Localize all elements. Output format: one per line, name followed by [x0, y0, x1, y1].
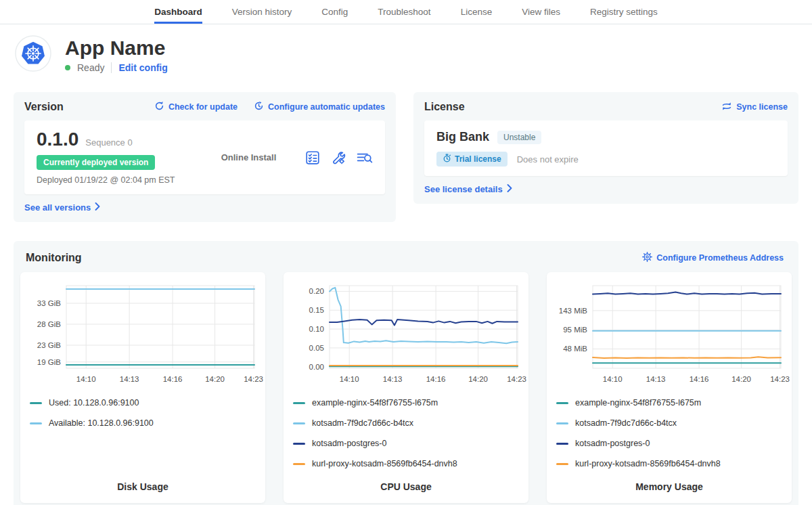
- legend-label: kurl-proxy-kotsadm-8569fb6454-dnvh8: [312, 459, 457, 468]
- tab-license[interactable]: License: [461, 0, 493, 24]
- see-all-versions-link[interactable]: See all versions: [24, 202, 100, 213]
- svg-text:14:20: 14:20: [205, 375, 225, 383]
- svg-text:14:13: 14:13: [383, 375, 403, 383]
- check-for-update-button[interactable]: Check for update: [154, 101, 238, 113]
- tab-version-history[interactable]: Version history: [232, 0, 292, 24]
- trial-license-badge: Trial license: [436, 152, 508, 167]
- tab-dashboard[interactable]: Dashboard: [154, 0, 202, 24]
- legend-swatch: [30, 422, 42, 424]
- see-license-details-link[interactable]: See license details: [424, 184, 512, 194]
- chart-title: CPU Usage: [284, 481, 528, 492]
- license-panel: Big Bank Unstable Trial license Does not…: [424, 120, 788, 176]
- chevron-right-icon: [507, 184, 512, 194]
- legend-swatch: [556, 402, 568, 404]
- preflight-checklist-icon[interactable]: [305, 150, 320, 165]
- svg-text:14:20: 14:20: [468, 375, 488, 383]
- legend-item: kotsadm-7f9dc7d66c-b4tcx: [293, 418, 528, 428]
- configure-automatic-updates-button[interactable]: Configure automatic updates: [254, 101, 385, 113]
- legend-item: Available: 10.128.0.96:9100: [30, 418, 265, 428]
- chart-card-cpu-usage: 0.000.050.100.150.2014:1014:1314:1614:20…: [284, 272, 528, 503]
- version-sequence: Sequence 0: [85, 137, 132, 148]
- svg-text:0.05: 0.05: [309, 344, 324, 352]
- svg-text:14:10: 14:10: [340, 375, 359, 383]
- chart-card-disk-usage: 19 GiB23 GiB28 GiB33 GiB14:1014:1314:161…: [20, 272, 265, 503]
- monitoring-panel: Monitoring Configure Prometheus Address …: [14, 241, 798, 505]
- svg-text:28 GiB: 28 GiB: [37, 320, 61, 328]
- legend-swatch: [293, 463, 305, 465]
- legend-swatch: [293, 422, 305, 424]
- svg-text:0.20: 0.20: [309, 287, 324, 295]
- svg-text:14:23: 14:23: [770, 375, 790, 383]
- legend-item: example-nginx-54f8f76755-l675m: [556, 398, 792, 408]
- svg-text:23 GiB: 23 GiB: [37, 341, 61, 349]
- svg-text:14:23: 14:23: [507, 375, 526, 383]
- sync-license-button[interactable]: Sync license: [721, 102, 788, 113]
- refresh-icon: [154, 101, 164, 113]
- install-type: Online Install: [192, 152, 305, 162]
- legend-item: kurl-proxy-kotsadm-8569fb6454-dnvh8: [556, 459, 792, 468]
- tab-troubleshoot[interactable]: Troubleshoot: [378, 0, 430, 24]
- svg-text:19 GiB: 19 GiB: [37, 358, 61, 366]
- chevron-right-icon: [95, 202, 100, 213]
- tab-view-files[interactable]: View files: [522, 0, 560, 24]
- chart-plot: 19 GiB23 GiB28 GiB33 GiB14:1014:1314:161…: [22, 280, 264, 387]
- top-nav: DashboardVersion historyConfigTroublesho…: [0, 0, 812, 24]
- app-header: App Name Ready Edit config: [0, 24, 812, 79]
- edit-config-link[interactable]: Edit config: [118, 62, 167, 73]
- license-name: Big Bank: [436, 130, 489, 144]
- stopwatch-icon: [443, 154, 451, 164]
- svg-text:14:20: 14:20: [731, 375, 751, 383]
- clock-refresh-icon: [254, 101, 264, 113]
- page-title: App Name: [65, 37, 168, 59]
- current-version-panel: 0.1.0 Sequence 0 Currently deployed vers…: [24, 120, 385, 194]
- chart-title: Disk Usage: [20, 481, 265, 492]
- monitoring-title: Monitoring: [26, 252, 82, 264]
- legend-label: kurl-proxy-kotsadm-8569fb6454-dnvh8: [575, 459, 721, 468]
- chart-legend: example-nginx-54f8f76755-l675mkotsadm-7f…: [284, 387, 528, 468]
- legend-label: Available: 10.128.0.96:9100: [49, 418, 154, 428]
- version-card: Version Check for update Configure autom…: [14, 92, 396, 222]
- legend-item: example-nginx-54f8f76755-l675m: [293, 398, 528, 408]
- legend-label: example-nginx-54f8f76755-l675m: [312, 398, 438, 408]
- svg-text:14:23: 14:23: [244, 375, 263, 383]
- svg-text:0.10: 0.10: [309, 325, 324, 333]
- version-card-title: Version: [24, 101, 64, 113]
- cards-row: Version Check for update Configure autom…: [0, 92, 812, 222]
- app-status: Ready: [77, 62, 104, 73]
- svg-text:48 MiB: 48 MiB: [563, 345, 587, 353]
- charts-row: 19 GiB23 GiB28 GiB33 GiB14:1014:1314:161…: [20, 272, 792, 503]
- configure-prometheus-button[interactable]: Configure Prometheus Address: [642, 252, 784, 264]
- legend-item: kotsadm-7f9dc7d66c-b4tcx: [556, 418, 792, 428]
- legend-item: kotsadm-postgres-0: [293, 439, 528, 448]
- legend-item: Used: 10.128.0.96:9100: [30, 398, 265, 408]
- chart-plot: 0.000.050.100.150.2014:1014:1314:1614:20…: [285, 280, 527, 387]
- legend-swatch: [30, 402, 42, 404]
- svg-text:0.15: 0.15: [309, 306, 324, 314]
- nav-tabs: DashboardVersion historyConfigTroublesho…: [154, 0, 658, 24]
- legend-swatch: [293, 402, 305, 404]
- license-card: License Sync license Big Bank Unstable T…: [413, 92, 798, 204]
- gear-icon: [642, 252, 652, 264]
- tab-config[interactable]: Config: [321, 0, 348, 24]
- svg-text:95 MiB: 95 MiB: [563, 326, 587, 334]
- license-card-title: License: [424, 101, 465, 113]
- chart-title: Memory Usage: [547, 481, 792, 492]
- legend-label: kotsadm-postgres-0: [312, 439, 386, 448]
- deployed-timestamp: Deployed 01/19/22 @ 02:04 pm EST: [37, 175, 192, 185]
- legend-item: kotsadm-postgres-0: [556, 439, 792, 448]
- legend-swatch: [293, 443, 305, 445]
- svg-text:14:16: 14:16: [426, 375, 446, 383]
- config-wrench-icon[interactable]: [331, 150, 346, 165]
- tab-registry-settings[interactable]: Registry settings: [590, 0, 658, 24]
- view-logs-icon[interactable]: [357, 151, 373, 164]
- svg-text:0.00: 0.00: [309, 363, 324, 371]
- legend-swatch: [556, 422, 568, 424]
- legend-label: Used: 10.128.0.96:9100: [49, 398, 139, 408]
- chart-card-memory-usage: 48 MiB95 MiB143 MiB14:1014:1314:1614:201…: [547, 272, 792, 503]
- svg-text:14:13: 14:13: [120, 375, 139, 383]
- legend-label: kotsadm-postgres-0: [575, 439, 650, 448]
- svg-text:143 MiB: 143 MiB: [559, 307, 588, 315]
- svg-text:14:13: 14:13: [646, 375, 666, 383]
- divider: [111, 62, 112, 73]
- kubernetes-logo-icon: [15, 35, 51, 74]
